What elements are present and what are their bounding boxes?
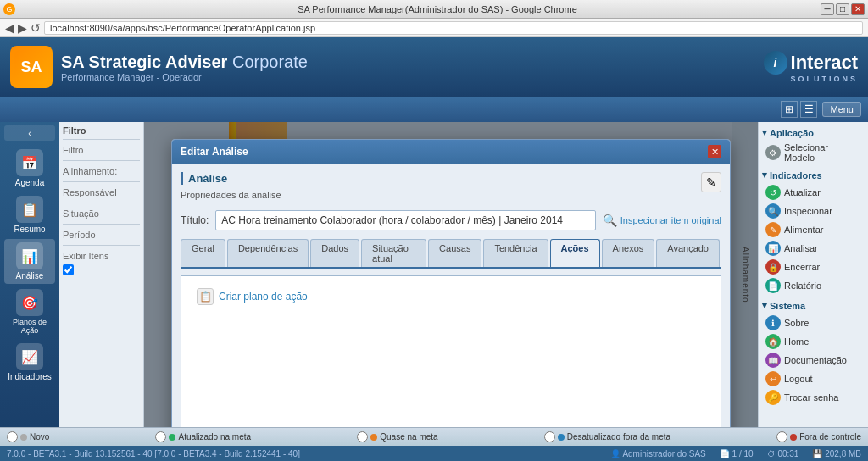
pages-icon: 📄	[720, 449, 730, 458]
analisar-label: Analisar	[784, 243, 818, 253]
status-quase: Quase na meta	[357, 431, 437, 442]
app-title-block: SA Strategic Adviser Corporate Performan…	[61, 53, 308, 82]
status-quase-radio[interactable]	[357, 431, 368, 442]
sidebar-item-planos[interactable]: 🎯 Planos de Ação	[4, 286, 55, 338]
tab-dados[interactable]: Dados	[310, 239, 359, 267]
filter-field-responsavel: Responsável	[63, 186, 140, 199]
status-novo-label: Novo	[30, 432, 49, 442]
interact-icon: i	[764, 51, 787, 75]
sobre-label: Sobre	[784, 318, 809, 328]
status-desatualizado-radio[interactable]	[544, 431, 555, 442]
right-item-home[interactable]: 🏠 Home	[762, 332, 865, 351]
browser-icon: G	[3, 3, 15, 15]
modal-title-input[interactable]	[215, 210, 595, 230]
resumo-icon: 📋	[16, 196, 43, 223]
interact-solutions: SOLUTIONS	[790, 75, 858, 83]
status-desatualizado-dot	[558, 434, 565, 441]
criar-plano-button[interactable]: 📋 Criar plano de ação	[190, 285, 314, 308]
right-item-selecionar-modelo[interactable]: ⚙ Selecionar Modelo	[762, 141, 865, 164]
tab-situacao-atual[interactable]: Situação atual	[361, 239, 426, 267]
main-content: ‹ 📅 Agenda 📋 Resumo 📊 Análise 🎯 Planos d…	[0, 122, 868, 427]
list-icon[interactable]: ☰	[800, 101, 817, 118]
sidebar-item-agenda[interactable]: 📅 Agenda	[4, 146, 55, 191]
reload-icon[interactable]: ↺	[31, 21, 41, 35]
inspecionar-label: Inspecionar	[784, 206, 832, 216]
home-label: Home	[784, 336, 809, 347]
status-novo-radio[interactable]	[7, 431, 18, 442]
right-item-relatorio[interactable]: 📄 Relatório	[762, 276, 865, 295]
right-item-documentacao[interactable]: 📖 Documentação	[762, 351, 865, 369]
inspect-label: Inspecionar item original	[620, 215, 721, 225]
address-text[interactable]: localhost:8090/sa/apps/bsc/PerformanceOp…	[44, 21, 863, 35]
status-fora-controle-radio[interactable]	[776, 431, 787, 442]
right-section-title-sistema: Sistema	[762, 300, 865, 311]
close-button[interactable]: ✕	[851, 3, 865, 15]
window-controls[interactable]: ─ □ ✕	[821, 3, 865, 15]
minimize-button[interactable]: ─	[821, 3, 834, 15]
alimentar-icon: ✎	[765, 222, 781, 237]
right-item-trocar-senha[interactable]: 🔑 Trocar senha	[762, 388, 865, 407]
encerrar-label: Encerrar	[784, 262, 820, 272]
right-item-analisar[interactable]: 📊 Analisar	[762, 239, 865, 258]
sidebar-collapse-button[interactable]: ‹	[4, 125, 55, 141]
modal-edit-button[interactable]: ✎	[701, 172, 721, 192]
tab-avancado[interactable]: Avançado	[656, 239, 720, 267]
right-item-alimentar[interactable]: ✎ Alimentar	[762, 220, 865, 239]
admin-text: 👤 Administrador do SAS	[610, 449, 706, 458]
atualizar-label: Atualizar	[784, 187, 821, 197]
status-fora-controle-label: Fora de controle	[799, 432, 861, 442]
trocar-senha-icon: 🔑	[765, 390, 781, 405]
grid-icon[interactable]: ⊞	[781, 101, 798, 118]
time-text: ⏱ 00:31	[767, 449, 799, 458]
forward-icon[interactable]: ▶	[18, 21, 27, 35]
status-fora-controle-dot	[790, 434, 797, 441]
indicadores-icon: 📈	[16, 343, 43, 370]
sidebar-label-resumo: Resumo	[14, 225, 45, 234]
right-section-indicadores: Indicadores ↺ Atualizar 🔍 Inspecionar ✎ …	[762, 169, 865, 295]
admin-icon: 👤	[610, 449, 620, 458]
sidebar-item-resumo[interactable]: 📋 Resumo	[4, 192, 55, 237]
right-item-logout[interactable]: ↩ Logout	[762, 369, 865, 388]
right-section-title-indicadores: Indicadores	[762, 169, 865, 181]
modal-body: Análise Propriedades da análise ✎ Título…	[172, 164, 730, 427]
status-novo-dot	[20, 434, 27, 441]
right-item-atualizar[interactable]: ↺ Atualizar	[762, 183, 865, 202]
right-item-encerrar[interactable]: 🔒 Encerrar	[762, 258, 865, 276]
right-item-sobre[interactable]: ℹ Sobre	[762, 314, 865, 332]
back-icon[interactable]: ◀	[5, 21, 14, 35]
relatorio-label: Relatório	[784, 280, 821, 291]
status-quase-label: Quase na meta	[380, 432, 437, 442]
modal-inspect-button[interactable]: 🔍 Inspecionar item original	[603, 214, 721, 227]
exibir-checkbox[interactable]	[63, 264, 74, 275]
app-logo: SA SA Strategic Adviser Corporate Perfor…	[10, 46, 308, 88]
analisar-icon: 📊	[765, 241, 781, 256]
tab-dependencias[interactable]: Dependências	[227, 239, 309, 267]
menu-button[interactable]: Menu	[822, 102, 861, 117]
tab-causas[interactable]: Causas	[428, 239, 481, 267]
agenda-icon: 📅	[16, 149, 43, 176]
restore-button[interactable]: □	[836, 3, 849, 15]
selecionar-modelo-label: Selecionar Modelo	[784, 142, 861, 163]
right-section-sistema: Sistema ℹ Sobre 🏠 Home 📖 Documentação ↩ …	[762, 300, 865, 407]
sidebar-item-analise[interactable]: 📊 Análise	[4, 239, 55, 284]
status-desatualizado-label: Desatualizado fora da meta	[567, 432, 670, 442]
filter-field-periodo: Período	[63, 228, 140, 242]
interact-brand: Interact	[791, 52, 858, 74]
tab-anexos[interactable]: Anexos	[602, 239, 655, 267]
modal-sub-title: Propriedades da análise	[181, 190, 281, 200]
toolbar-row: ⊞ ☰ Menu	[0, 97, 868, 122]
analise-icon: 📊	[16, 242, 43, 269]
modal-section-title: Análise	[181, 172, 281, 185]
filter-field-alinhamento: Alinhamento:	[63, 164, 140, 178]
pages-text: 📄 1 / 10	[720, 449, 754, 458]
modal-close-button[interactable]: ✕	[708, 145, 721, 158]
status-atualizado-radio[interactable]	[155, 431, 166, 442]
modal-title: Editar Análise	[181, 146, 248, 158]
status-desatualizado: Desatualizado fora da meta	[544, 431, 670, 442]
tab-acoes[interactable]: Ações	[550, 239, 600, 267]
tab-tendencia[interactable]: Tendência	[483, 239, 548, 267]
sidebar-label-indicadores: Indicadores	[8, 372, 52, 381]
tab-geral[interactable]: Geral	[181, 239, 225, 267]
right-item-inspecionar[interactable]: 🔍 Inspecionar	[762, 202, 865, 220]
sidebar-item-indicadores[interactable]: 📈 Indicadores	[4, 340, 55, 385]
